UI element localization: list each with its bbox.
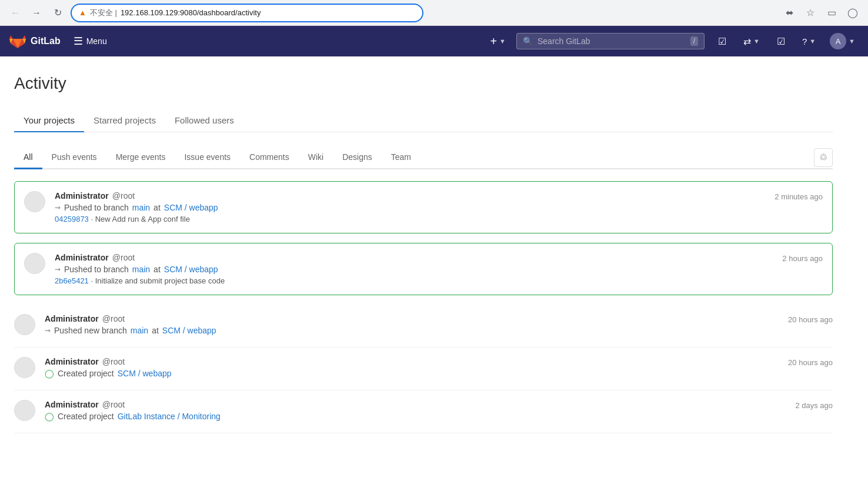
top-tabs: Your projects Starred projects Followed …: [14, 109, 833, 132]
activity-action: ◯ Created project SCM / webapp: [45, 369, 779, 378]
commit-message: Initialize and submit project base code: [95, 276, 225, 285]
tab-button[interactable]: ▭: [823, 5, 840, 21]
todo-button[interactable]: ☑: [712, 31, 733, 52]
activity-header: Administrator @root: [45, 357, 779, 366]
address-bar[interactable]: ▲ 不安全 | 192.168.109.129:9080/dashboard/a…: [71, 4, 423, 22]
gitlab-navbar: GitLab ☰ Menu + ▼ 🔍 / ☑ ⇄ ▼ ☑ ? ▼ A ▼: [0, 26, 868, 56]
activity-action: ⇝ Pushed to branch main at SCM / webapp: [55, 203, 765, 212]
preposition-text: at: [153, 265, 161, 274]
activity-handle: @root: [102, 400, 125, 409]
activity-body: Administrator @root ⇝ Pushed to branch m…: [55, 191, 765, 223]
activity-item-wrapper-2: Administrator @root ⇝ Pushed to branch m…: [14, 243, 833, 300]
search-bar[interactable]: 🔍 /: [516, 33, 705, 49]
activity-time: 20 hours ago: [788, 357, 833, 367]
action-text: Pushed new branch: [54, 326, 127, 335]
activity-header: Administrator @root: [45, 314, 779, 323]
branch-link[interactable]: main: [131, 326, 148, 335]
activity-body: Administrator @root ⇝ Pushed new branch …: [45, 314, 779, 338]
merge-requests-icon: ⇄: [743, 36, 751, 47]
hamburger-icon: ☰: [74, 35, 83, 48]
rss-button[interactable]: ♲: [814, 148, 833, 167]
merge-requests-button[interactable]: ⇄ ▼: [740, 34, 763, 49]
tab-starred-projects[interactable]: Starred projects: [84, 109, 165, 132]
menu-label: Menu: [86, 36, 107, 46]
activity-time: 2 minutes ago: [774, 191, 823, 201]
branch-link[interactable]: main: [132, 265, 150, 274]
activity-handle: @root: [102, 357, 125, 366]
activity-commit: 04259873 · New Add run & App conf file: [55, 215, 765, 223]
filter-wiki[interactable]: Wiki: [299, 146, 333, 169]
gitlab-logo[interactable]: GitLab: [9, 33, 61, 49]
menu-button[interactable]: ☰ Menu: [68, 31, 113, 51]
filter-push-events[interactable]: Push events: [42, 146, 106, 169]
avatar: [14, 314, 35, 335]
help-icon: ?: [802, 36, 807, 46]
back-button[interactable]: ←: [7, 5, 24, 21]
action-text: Pushed to branch: [64, 203, 129, 212]
issues-button[interactable]: ☑: [770, 31, 792, 52]
help-button[interactable]: ? ▼: [799, 34, 819, 49]
activity-header: Administrator @root: [55, 253, 773, 262]
insecure-label: 不安全 |: [90, 8, 117, 18]
user-menu-button[interactable]: A ▼: [826, 31, 859, 52]
activity-handle: @root: [112, 191, 135, 201]
activity-handle: @root: [102, 314, 125, 323]
avatar: [24, 191, 45, 212]
avatar: [24, 253, 45, 274]
activity-user: Administrator: [45, 400, 99, 409]
search-input[interactable]: [538, 36, 686, 46]
rss-icon: ♲: [819, 152, 827, 163]
create-button[interactable]: + ▼: [486, 32, 509, 51]
filter-team[interactable]: Team: [382, 146, 420, 169]
bookmark-button[interactable]: ☆: [802, 5, 819, 21]
browser-chrome: ← → ↻ ▲ 不安全 | 192.168.109.129:9080/dashb…: [0, 0, 868, 26]
preposition-text: at: [152, 326, 159, 335]
filter-issue-events[interactable]: Issue events: [175, 146, 240, 169]
branch-link[interactable]: main: [132, 203, 150, 212]
activity-list: Administrator @root ⇝ Pushed to branch m…: [14, 181, 833, 433]
project-link[interactable]: SCM / webapp: [164, 265, 218, 274]
project-link[interactable]: GitLab Instance / Monitoring: [118, 412, 221, 421]
reload-button[interactable]: ↻: [49, 5, 66, 21]
mr-chevron-icon: ▼: [753, 38, 760, 45]
page-title: Activity: [14, 74, 833, 93]
main-content: Activity Your projects Starred projects …: [0, 56, 847, 447]
tab-your-projects[interactable]: Your projects: [14, 109, 84, 132]
avatar: [14, 357, 35, 378]
tab-followed-users[interactable]: Followed users: [165, 109, 243, 132]
action-text: Pushed to branch: [64, 265, 129, 274]
action-text: Created project: [58, 412, 114, 421]
activity-header: Administrator @root: [45, 400, 786, 409]
security-warning-icon: ▲: [79, 8, 86, 17]
filter-all[interactable]: All: [14, 146, 42, 169]
search-icon: 🔍: [523, 36, 533, 46]
branch-icon: ⇝: [45, 326, 51, 335]
project-link[interactable]: SCM / webapp: [118, 369, 172, 378]
activity-item: Administrator @root ◯ Created project Gi…: [14, 390, 833, 433]
activity-user: Administrator: [45, 357, 99, 366]
filter-comments[interactable]: Comments: [240, 146, 299, 169]
filter-designs[interactable]: Designs: [333, 146, 382, 169]
filter-merge-events[interactable]: Merge events: [106, 146, 175, 169]
activity-action: ⇝ Pushed new branch main at SCM / webapp: [45, 326, 779, 335]
project-link[interactable]: SCM / webapp: [162, 326, 216, 335]
activity-time: 20 hours ago: [788, 314, 833, 324]
browser-actions: ⬌ ☆ ▭ ◯: [781, 5, 861, 21]
avatar: [14, 400, 35, 421]
commit-hash-link[interactable]: 04259873: [55, 215, 89, 223]
commit-separator: ·: [91, 215, 95, 223]
activity-action: ⇝ Pushed to branch main at SCM / webapp: [55, 265, 773, 274]
activity-item-wrapper-1: Administrator @root ⇝ Pushed to branch m…: [14, 181, 833, 238]
created-icon: ◯: [45, 369, 54, 378]
action-text: Created project: [58, 369, 114, 378]
profile-button[interactable]: ◯: [844, 5, 861, 21]
commit-hash-link[interactable]: 2b6e5421: [55, 276, 89, 285]
search-shortcut: /: [690, 36, 698, 46]
forward-button[interactable]: →: [28, 5, 45, 21]
share-button[interactable]: ⬌: [781, 5, 797, 21]
branch-icon: ⇝: [55, 203, 61, 212]
project-link[interactable]: SCM / webapp: [164, 203, 218, 212]
activity-commit: 2b6e5421 · Initialize and submit project…: [55, 276, 773, 285]
activity-header: Administrator @root: [55, 191, 765, 201]
commit-separator: ·: [91, 276, 95, 285]
